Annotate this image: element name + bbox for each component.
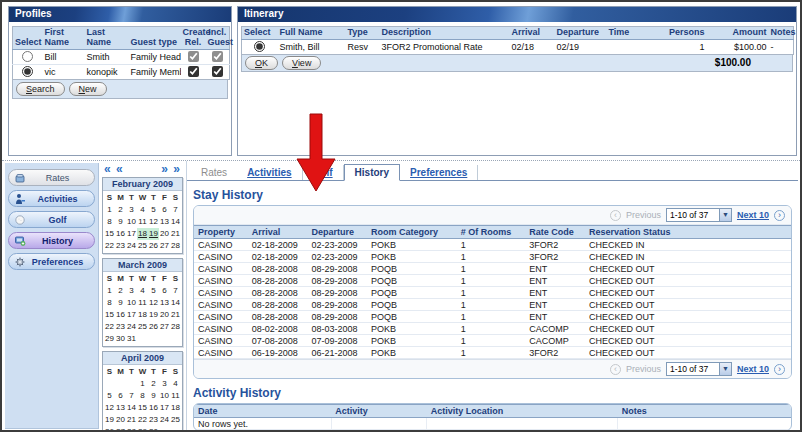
calendar-day[interactable]: 4 [137,204,148,216]
calendar-day[interactable]: 16 [115,309,126,321]
calendar-day[interactable]: 21 [126,414,137,426]
calendar-day[interactable]: 4 [137,285,148,297]
calendar-day[interactable]: 9 [115,216,126,228]
calendar-day[interactable]: 12 [148,297,159,309]
ok-button[interactable]: OK [245,56,278,70]
calendar-day[interactable]: 9 [115,297,126,309]
calendar-day[interactable]: 18 [170,402,181,414]
calendar-day[interactable]: 18 [137,309,148,321]
calendar-day[interactable]: 25 [137,240,148,252]
calendar-day[interactable]: 20 [159,309,170,321]
calendar-day[interactable]: 23 [148,414,159,426]
calendar-day[interactable]: 10 [159,390,170,402]
calendar-day[interactable]: 19 [148,309,159,321]
calendar-day[interactable]: 9 [148,390,159,402]
tab-preferences[interactable]: Preferences [400,165,478,180]
calendar-day[interactable]: 7 [170,204,181,216]
calendar-day[interactable]: 6 [115,390,126,402]
calendar-day[interactable]: 23 [115,240,126,252]
calendar-day[interactable]: 11 [170,390,181,402]
calendar-prev-button[interactable]: « « [104,163,124,177]
calendar-day[interactable]: 7 [170,285,181,297]
calendar-day[interactable]: 3 [126,285,137,297]
sidebar-item-rates[interactable]: Rates [8,169,95,186]
view-button[interactable]: View [282,56,321,70]
sidebar-item-history[interactable]: History [8,232,95,249]
itinerary-select-radio[interactable] [254,41,265,52]
calendar-day[interactable]: 16 [115,228,126,240]
calendar-day[interactable]: 13 [115,402,126,414]
calendar-day[interactable]: 6 [159,285,170,297]
calendar-day[interactable]: 26 [148,240,159,252]
calendar-day[interactable]: 31 [126,333,137,345]
calendar-day[interactable]: 27 [159,321,170,333]
sidebar-item-golf[interactable]: Golf [8,211,95,228]
calendar-day[interactable]: 24 [126,321,137,333]
calendar-day[interactable]: 12 [104,402,115,414]
incl-guest-checkbox[interactable] [212,66,223,77]
calendar-day[interactable]: 13 [159,297,170,309]
calendar-day[interactable]: 11 [137,297,148,309]
select-dropdown-icon[interactable]: ▼ [719,363,731,375]
sidebar-item-preferences[interactable]: Preferences [8,253,95,270]
calendar-day[interactable]: 28 [170,240,181,252]
next-page-icon[interactable]: › [774,364,785,375]
tab-rates[interactable]: Rates [191,165,237,180]
calendar-day[interactable]: 4 [170,378,181,390]
profile-select-radio[interactable] [22,66,33,77]
calendar-day[interactable]: 14 [170,216,181,228]
calendar-day[interactable]: 7 [126,390,137,402]
page-range-select[interactable]: 1-10 of 37 ▼ [666,362,732,376]
calendar-day[interactable]: 30 [115,333,126,345]
calendar-day[interactable]: 24 [126,240,137,252]
calendar-day[interactable]: 17 [159,402,170,414]
calendar-next-button[interactable]: » » [161,163,181,177]
calendar-day[interactable]: 21 [170,309,181,321]
calendar-day[interactable]: 12 [148,216,159,228]
calendar-day[interactable]: 2 [115,285,126,297]
calendar-day[interactable]: 2 [148,378,159,390]
calendar-day[interactable]: 29 [104,333,115,345]
select-dropdown-icon[interactable]: ▼ [719,209,731,221]
calendar-day[interactable]: 5 [104,390,115,402]
next-page-icon[interactable]: › [774,210,785,221]
next-page-link[interactable]: Next 10 [737,210,769,220]
calendar-day[interactable]: 29 [137,426,148,432]
calendar-day[interactable]: 3 [159,378,170,390]
search-button[interactable]: Search [16,82,65,96]
calendar-day[interactable]: 22 [137,414,148,426]
calendar-day[interactable]: 21 [170,228,181,240]
calendar-day[interactable]: 26 [104,426,115,432]
calendar-day[interactable]: 1 [137,378,148,390]
calendar-day[interactable]: 8 [104,297,115,309]
calendar-day[interactable]: 10 [126,216,137,228]
calendar-day[interactable]: 15 [137,402,148,414]
calendar-day[interactable]: 25 [170,414,181,426]
calendar-day[interactable]: 19 [104,414,115,426]
calendar-day[interactable]: 2 [115,204,126,216]
calendar-day[interactable]: 1 [104,204,115,216]
calendar-day[interactable]: 27 [115,426,126,432]
calendar-day[interactable]: 22 [104,321,115,333]
calendar-day[interactable]: 14 [170,297,181,309]
calendar-day[interactable]: 3 [126,204,137,216]
calendar-day[interactable]: 11 [137,216,148,228]
next-page-link[interactable]: Next 10 [737,364,769,374]
calendar-day[interactable]: 5 [148,285,159,297]
calendar-day[interactable]: 30 [148,426,159,432]
calendar-day[interactable]: 5 [148,204,159,216]
tab-history[interactable]: History [344,164,400,181]
sidebar-item-activities[interactable]: Activities [8,190,95,207]
calendar-day[interactable]: 15 [104,228,115,240]
calendar-day[interactable]: 8 [104,216,115,228]
calendar-day[interactable]: 1 [104,285,115,297]
calendar-day[interactable]: 19 [148,228,159,240]
calendar-day[interactable]: 25 [137,321,148,333]
incl-guest-checkbox[interactable] [212,51,223,62]
calendar-day[interactable]: 24 [159,414,170,426]
calendar-day[interactable]: 20 [159,228,170,240]
calendar-day[interactable]: 13 [159,216,170,228]
calendar-day[interactable]: 23 [115,321,126,333]
create-rel-checkbox[interactable] [188,66,199,77]
page-range-select[interactable]: 1-10 of 37 ▼ [666,208,732,222]
